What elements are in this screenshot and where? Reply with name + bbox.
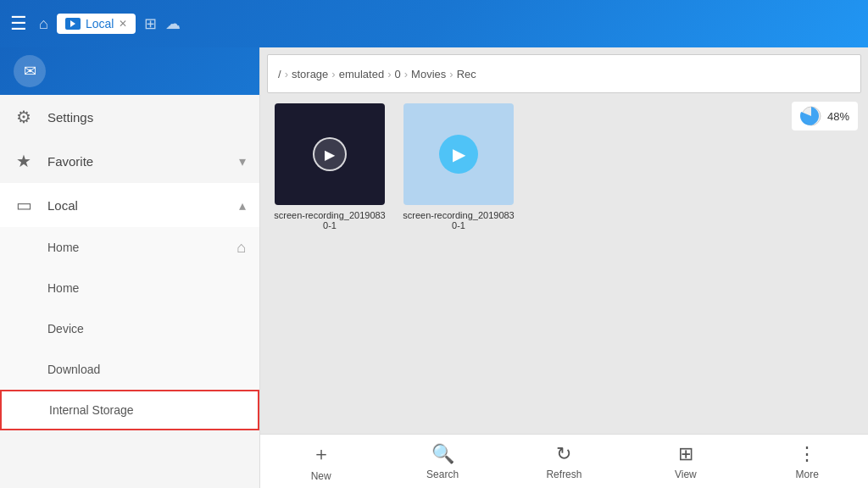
file-grid: ▶ screen-recording_20190830-1 ▶ screen-r… xyxy=(260,93,868,434)
refresh-button[interactable]: ↻ Refresh xyxy=(530,436,598,487)
storage-percent: 48% xyxy=(827,110,849,123)
sidebar-sub-item-device[interactable]: Device xyxy=(0,308,259,349)
file-item-1[interactable]: ▶ screen-recording_20190830-1 xyxy=(270,103,389,230)
home-nav-icon[interactable]: ⌂ xyxy=(39,15,48,33)
sidebar-header: ✉ xyxy=(0,47,259,95)
tab-label: Local xyxy=(86,17,114,30)
bc-arrow-2: › xyxy=(331,68,335,80)
storage-usage: 48% xyxy=(792,102,858,130)
settings-icon: ⚙ xyxy=(14,107,34,127)
play-icon-2: ▶ xyxy=(439,135,478,174)
play-icon-1: ▶ xyxy=(313,137,347,171)
file-item-2[interactable]: ▶ screen-recording_20190830-1 xyxy=(399,103,518,230)
search-button[interactable]: 🔍 Search xyxy=(409,436,476,487)
view-button[interactable]: ⊞ View xyxy=(652,436,720,487)
bc-rec[interactable]: Rec xyxy=(457,68,476,80)
cloud-icon[interactable]: ☁ xyxy=(165,14,181,33)
new-icon: ＋ xyxy=(312,441,331,467)
tab-close-icon[interactable]: ✕ xyxy=(119,18,127,30)
bc-0[interactable]: 0 xyxy=(395,68,401,80)
grid-icon[interactable]: ⊞ xyxy=(144,14,157,33)
storage-pie-chart xyxy=(800,105,822,127)
home1-icon: ⌂ xyxy=(236,239,246,257)
bc-root[interactable]: / xyxy=(278,68,281,80)
more-button[interactable]: ⋮ More xyxy=(773,436,841,487)
refresh-label: Refresh xyxy=(546,469,581,480)
bc-movies[interactable]: Movies xyxy=(411,68,446,80)
settings-label: Settings xyxy=(47,110,246,125)
bc-arrow-3: › xyxy=(387,68,391,80)
favorite-arrow: ▾ xyxy=(239,153,246,169)
file-thumb-1: ▶ xyxy=(275,103,385,205)
menu-icon[interactable]: ☰ xyxy=(10,13,27,35)
main-content: / › storage › emulated › 0 › Movies › Re… xyxy=(260,47,868,488)
more-label: More xyxy=(796,469,819,480)
sidebar-sub-item-download[interactable]: Download xyxy=(0,349,259,390)
breadcrumb: / › storage › emulated › 0 › Movies › Re… xyxy=(267,54,861,93)
home1-label: Home xyxy=(47,241,236,254)
local-section: ▭ Local ▴ Home ⌂ Home xyxy=(0,183,259,430)
file-name-2: screen-recording_20190830-1 xyxy=(399,210,518,230)
sidebar-sub-item-internal-storage[interactable]: Internal Storage xyxy=(0,390,259,430)
video-tab-icon xyxy=(65,18,81,30)
sidebar: ✉ ⚙ Settings ★ Favorite ▾ ▭ Local ▴ xyxy=(0,47,260,488)
bc-storage[interactable]: storage xyxy=(292,68,328,80)
bottom-toolbar: ＋ New 🔍 Search ↻ Refresh ⊞ View ⋮ More xyxy=(260,434,868,488)
local-icon: ▭ xyxy=(14,195,34,215)
sidebar-sub-item-home1[interactable]: Home ⌂ xyxy=(0,227,259,268)
search-icon: 🔍 xyxy=(431,443,454,465)
bc-arrow-1: › xyxy=(285,68,288,80)
file-name-1: screen-recording_20190830-1 xyxy=(270,210,389,230)
bc-arrow-5: › xyxy=(449,68,453,80)
sidebar-items: ⚙ Settings ★ Favorite ▾ ▭ Local ▴ xyxy=(0,95,259,488)
local-arrow: ▴ xyxy=(239,197,246,214)
local-tab[interactable]: Local ✕ xyxy=(57,14,136,34)
search-label: Search xyxy=(426,469,459,480)
sidebar-sub-item-home2[interactable]: Home xyxy=(0,268,259,308)
favorite-icon: ★ xyxy=(14,151,34,171)
view-icon: ⊞ xyxy=(678,443,693,465)
more-icon: ⋮ xyxy=(798,443,816,465)
new-label: New xyxy=(311,470,331,482)
local-label: Local xyxy=(47,198,239,213)
bc-arrow-4: › xyxy=(404,68,408,80)
favorite-label: Favorite xyxy=(47,154,239,169)
sidebar-item-favorite[interactable]: ★ Favorite ▾ xyxy=(0,139,259,183)
file-thumb-2: ▶ xyxy=(403,103,514,205)
refresh-icon: ↻ xyxy=(556,443,571,465)
internal-storage-label: Internal Storage xyxy=(49,403,244,417)
device-label: Device xyxy=(47,322,246,336)
download-label: Download xyxy=(47,363,246,376)
top-header: ☰ ⌂ Local ✕ ⊞ ☁ xyxy=(0,0,868,47)
email-icon[interactable]: ✉ xyxy=(14,55,46,87)
home2-label: Home xyxy=(47,281,246,295)
view-label: View xyxy=(675,469,697,480)
local-sub-items: Home ⌂ Home Device Download xyxy=(0,227,259,430)
sidebar-item-local[interactable]: ▭ Local ▴ xyxy=(0,183,259,227)
bc-emulated[interactable]: emulated xyxy=(339,68,384,80)
main-body: ✉ ⚙ Settings ★ Favorite ▾ ▭ Local ▴ xyxy=(0,47,868,488)
sidebar-item-settings[interactable]: ⚙ Settings xyxy=(0,95,259,139)
new-button[interactable]: ＋ New xyxy=(287,435,355,489)
